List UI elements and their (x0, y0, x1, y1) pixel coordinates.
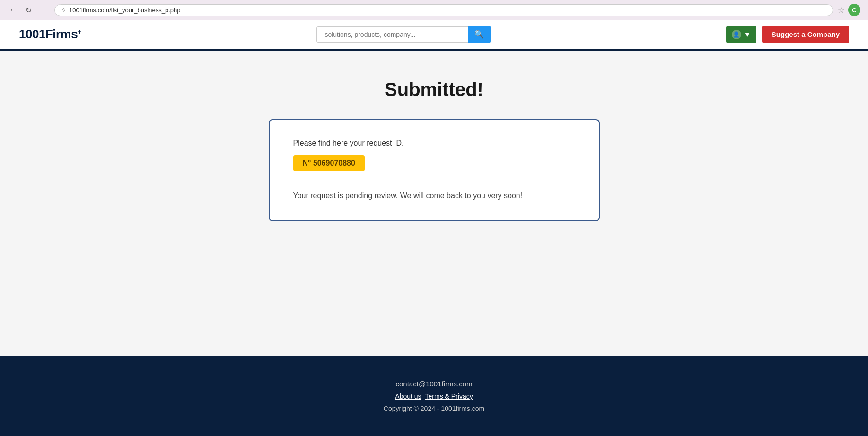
search-button[interactable]: 🔍 (468, 26, 491, 43)
site-footer: contact@1001firms.com About us Terms & P… (0, 356, 868, 436)
terms-privacy-link[interactable]: Terms & Privacy (425, 392, 473, 400)
user-button[interactable]: 👤 ▼ (726, 26, 756, 43)
back-button[interactable]: ← (8, 5, 19, 15)
browser-avatar: C (848, 4, 860, 16)
pending-message: Your request is pending review. We will … (293, 190, 575, 201)
site-logo[interactable]: 1001Firms+ (19, 27, 81, 42)
request-id-badge: N° 5069070880 (293, 155, 365, 171)
site-header: 1001Firms+ 🔍 👤 ▼ Suggest a Company (0, 20, 868, 51)
request-id-label: Please find here your request ID. (293, 139, 575, 148)
footer-copyright: Copyright © 2024 - 1001firms.com (19, 405, 849, 412)
footer-email: contact@1001firms.com (19, 380, 849, 388)
user-dropdown-arrow: ▼ (744, 31, 751, 38)
site-info-button[interactable]: ⋮ (38, 5, 50, 16)
about-us-link[interactable]: About us (395, 392, 421, 400)
logo-text: 1001Firms (19, 27, 78, 42)
address-bar-icon: ◊ (62, 7, 65, 13)
footer-links: About us Terms & Privacy (19, 392, 849, 400)
browser-actions: ☆ C (838, 4, 860, 16)
submission-card: Please find here your request ID. N° 506… (269, 119, 600, 221)
main-content: Submitted! Please find here your request… (0, 51, 868, 356)
user-icon: 👤 (732, 30, 741, 39)
address-url: 1001firms.com/list_your_business_p.php (69, 7, 181, 14)
page-title: Submitted! (385, 79, 483, 100)
logo-plus: + (78, 28, 81, 35)
refresh-button[interactable]: ↻ (24, 5, 34, 16)
address-bar[interactable]: ◊ 1001firms.com/list_your_business_p.php (54, 4, 833, 16)
suggest-company-button[interactable]: Suggest a Company (762, 26, 849, 43)
browser-chrome: ← ↻ ⋮ ◊ 1001firms.com/list_your_business… (0, 0, 868, 20)
search-area: 🔍 (316, 26, 491, 43)
header-right: 👤 ▼ Suggest a Company (726, 26, 849, 43)
bookmark-icon[interactable]: ☆ (838, 6, 844, 15)
search-icon: 🔍 (474, 30, 484, 38)
search-input[interactable] (316, 26, 468, 43)
